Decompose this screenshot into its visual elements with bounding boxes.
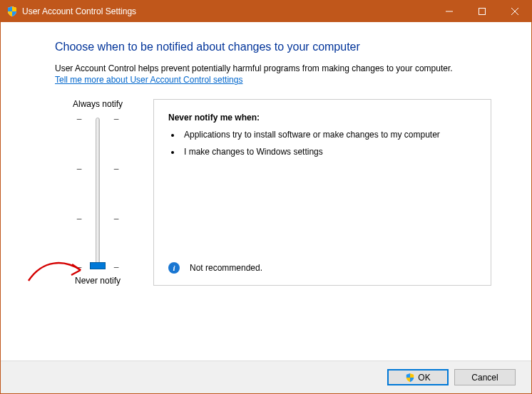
- uac-shield-icon: [405, 373, 415, 383]
- cancel-button-label: Cancel: [471, 373, 498, 383]
- slider-label-top: Always notify: [55, 99, 140, 109]
- cancel-button[interactable]: Cancel: [454, 369, 516, 385]
- help-link[interactable]: Tell me more about User Account Control …: [55, 75, 242, 85]
- info-icon: i: [168, 262, 180, 274]
- slider-column: Always notify –– –– –– –– Never notify: [55, 99, 140, 286]
- slider-track: [96, 118, 100, 267]
- description-bullet: Applications try to install software or …: [181, 130, 476, 140]
- description-panel: Never notify me when: Applications try t…: [153, 99, 491, 286]
- maximize-button[interactable]: [466, 1, 498, 22]
- slider-tick: ––: [76, 214, 119, 223]
- notification-slider[interactable]: –– –– –– ––: [76, 118, 119, 267]
- uac-shield-icon: [6, 6, 18, 17]
- window-title: User Account Control Settings: [22, 6, 136, 16]
- slider-label-bottom: Never notify: [55, 276, 140, 286]
- slider-tick: ––: [76, 115, 119, 123]
- close-button[interactable]: [498, 1, 531, 22]
- content-area: Choose when to be notified about changes…: [1, 22, 531, 286]
- minimize-button[interactable]: [433, 1, 466, 22]
- description-title: Never notify me when:: [168, 113, 476, 123]
- svg-rect-1: [479, 9, 486, 15]
- description-bullet: I make changes to Windows settings: [181, 147, 476, 157]
- slider-tick: ––: [76, 165, 119, 173]
- page-subtext: User Account Control helps prevent poten…: [55, 63, 491, 73]
- ok-button-label: OK: [418, 373, 430, 383]
- status-text: Not recommended.: [190, 263, 262, 273]
- titlebar[interactable]: User Account Control Settings: [1, 1, 531, 22]
- description-list: Applications try to install software or …: [181, 130, 476, 157]
- ok-button[interactable]: OK: [387, 369, 449, 385]
- status-row: i Not recommended.: [168, 262, 262, 274]
- slider-thumb[interactable]: [90, 262, 106, 269]
- footer: OK Cancel: [1, 361, 531, 393]
- page-heading: Choose when to be notified about changes…: [55, 41, 491, 53]
